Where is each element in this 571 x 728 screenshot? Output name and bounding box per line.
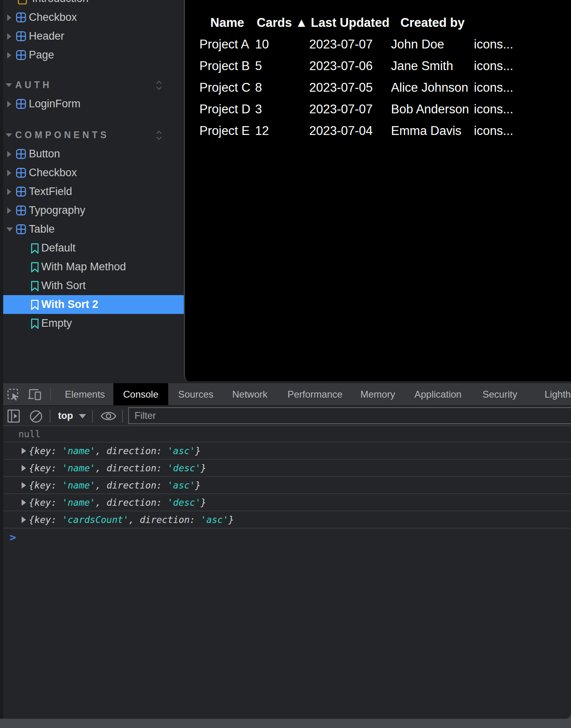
sidebar-item-loginform[interactable]: LoginForm	[0, 95, 184, 113]
tab-elements[interactable]: Elements	[65, 383, 105, 405]
component-icon	[16, 168, 26, 178]
sidebar-item-label: LoginForm	[29, 98, 80, 110]
sidebar-item-checkbox[interactable]: Checkbox	[0, 8, 184, 27]
column-header-last-updated[interactable]: Last Updated	[309, 12, 391, 34]
collapse-expand-chevrons-icon[interactable]	[155, 130, 163, 141]
tab-sources[interactable]: Sources	[178, 383, 213, 405]
column-header-created-by[interactable]: Created by	[391, 12, 474, 34]
sidebar-section-header-auth[interactable]: AUTH	[0, 76, 184, 95]
table-cell: Jane Smith	[391, 55, 474, 77]
component-icon	[16, 149, 26, 159]
table-row: Project E122023-07-04Emma Davisicons...	[199, 120, 571, 142]
chevron-down-icon[interactable]	[6, 227, 13, 231]
expand-caret-icon[interactable]	[22, 482, 26, 489]
sidebar-item-button[interactable]: Button	[0, 145, 184, 163]
column-header-name[interactable]: Name	[199, 12, 255, 34]
clear-console-icon[interactable]	[29, 409, 43, 424]
sidebar-item-introduction[interactable]: Introduction	[0, 0, 184, 8]
expand-caret-icon[interactable]	[22, 517, 26, 523]
chevron-right-icon[interactable]	[7, 14, 11, 21]
section-caret-icon	[6, 133, 12, 137]
device-toolbar-icon[interactable]	[28, 388, 42, 400]
console-sidebar-icon[interactable]	[7, 409, 20, 423]
console-filter-input[interactable]	[128, 407, 571, 424]
story-bookmark-icon	[30, 300, 40, 310]
table-actions-cell[interactable]: icons...	[474, 34, 571, 55]
story-bookmark-icon	[30, 243, 40, 253]
expand-caret-icon[interactable]	[22, 465, 26, 471]
chevron-right-icon[interactable]	[7, 52, 11, 58]
section-title: AUTH	[15, 80, 52, 90]
story-table: NameCards ▲Last UpdatedCreated byProject…	[199, 12, 571, 142]
console-object-preview: {key: 'name', direction: 'asc'}	[0, 480, 201, 491]
sidebar-item-header[interactable]: Header	[0, 27, 184, 46]
tab-performance[interactable]: Performance	[288, 383, 342, 405]
sidebar-item-label: With Sort 2	[41, 298, 98, 311]
console-message[interactable]: {key: 'name', direction: 'asc'}	[0, 442, 571, 460]
component-icon	[16, 50, 26, 60]
eye-icon[interactable]	[100, 410, 117, 422]
column-header-cards[interactable]: Cards ▲	[255, 12, 309, 34]
console-object-preview: {key: 'name', direction: 'desc'}	[0, 463, 206, 473]
tab-lighthouse[interactable]: Lighthouse	[545, 383, 571, 405]
sidebar-item-label: Empty	[41, 317, 72, 330]
console-message[interactable]: {key: 'name', direction: 'desc'}	[0, 494, 571, 511]
chevron-right-icon[interactable]	[7, 151, 11, 157]
console-prompt-row[interactable]: >	[0, 529, 571, 545]
sidebar-item-with-map-method[interactable]: With Map Method	[0, 257, 184, 276]
inspect-icon[interactable]	[7, 388, 19, 400]
table-row: Project B52023-07-06Jane Smithicons...	[199, 55, 571, 77]
console-object-preview: {key: 'name', direction: 'asc'}	[0, 446, 201, 456]
table-cell: 2023-07-05	[309, 77, 391, 99]
table-actions-cell[interactable]: icons...	[474, 55, 571, 77]
table-actions-cell[interactable]: icons...	[474, 120, 571, 142]
sidebar-item-label: With Sort	[41, 280, 86, 292]
sidebar-item-default[interactable]: Default	[0, 239, 184, 257]
sidebar-item-label: Checkbox	[29, 11, 77, 24]
table-actions-cell[interactable]: icons...	[474, 99, 571, 120]
storybook-top-region: Introduction Checkbox Header PageAUTH Lo…	[0, 0, 571, 383]
sidebar-item-table[interactable]: Table	[0, 220, 184, 239]
tab-console[interactable]: Console	[113, 383, 168, 405]
chevron-right-icon[interactable]	[7, 189, 11, 195]
sidebar-item-empty[interactable]: Empty	[0, 314, 184, 333]
sidebar-item-label: With Map Method	[41, 261, 126, 273]
tab-network[interactable]: Network	[232, 383, 267, 405]
sidebar-item-page[interactable]: Page	[0, 46, 184, 64]
app-window: { "colors": { "selected_item_bg": "#4496…	[0, 0, 571, 728]
tab-security[interactable]: Security	[483, 383, 517, 405]
story-bookmark-icon	[30, 281, 40, 291]
table-cell: Project B	[199, 55, 255, 77]
table-actions-cell[interactable]: icons...	[474, 77, 571, 99]
chevron-right-icon[interactable]	[7, 101, 11, 107]
chevron-right-icon[interactable]	[7, 33, 11, 40]
sidebar-item-label: Introduction	[32, 0, 88, 5]
chevron-right-icon[interactable]	[7, 207, 11, 214]
table-header-row: NameCards ▲Last UpdatedCreated by	[199, 12, 571, 34]
console-message[interactable]: {key: 'name', direction: 'desc'}	[0, 460, 571, 477]
console-message[interactable]: {key: 'cardsCount', direction: 'asc'}	[0, 511, 571, 529]
expand-caret-icon[interactable]	[22, 499, 26, 506]
table-row: Project D32023-07-07Bob Andersonicons...	[199, 99, 571, 120]
sidebar-item-with-sort[interactable]: With Sort	[0, 276, 184, 295]
context-selector[interactable]: top	[58, 406, 73, 425]
console-message[interactable]: null	[0, 425, 571, 442]
sidebar-item-typography[interactable]: Typography	[0, 201, 184, 220]
console-message[interactable]: {key: 'name', direction: 'asc'}	[0, 477, 571, 494]
console-messages: null{key: 'name', direction: 'asc'}{key:…	[0, 425, 571, 718]
sidebar-item-with-sort-2[interactable]: With Sort 2	[0, 295, 184, 314]
collapse-expand-chevrons-icon[interactable]	[155, 80, 163, 90]
chevron-right-icon[interactable]	[7, 170, 11, 176]
tab-application[interactable]: Application	[414, 383, 461, 405]
devtools-tabbar: ElementsConsoleSourcesNetworkPerformance…	[0, 383, 571, 405]
sidebar-item-checkbox[interactable]: Checkbox	[0, 163, 184, 182]
expand-caret-icon[interactable]	[22, 448, 26, 454]
section-title: COMPONENTS	[15, 130, 109, 141]
console-null-value: null	[0, 429, 40, 439]
sidebar-section-header-components[interactable]: COMPONENTS	[0, 126, 184, 145]
sidebar-item-textfield[interactable]: TextField	[0, 182, 184, 201]
table-cell: Alice Johnson	[391, 77, 474, 99]
tab-memory[interactable]: Memory	[360, 383, 395, 405]
tabbar-divider	[50, 388, 51, 401]
chevron-down-icon	[79, 414, 86, 418]
